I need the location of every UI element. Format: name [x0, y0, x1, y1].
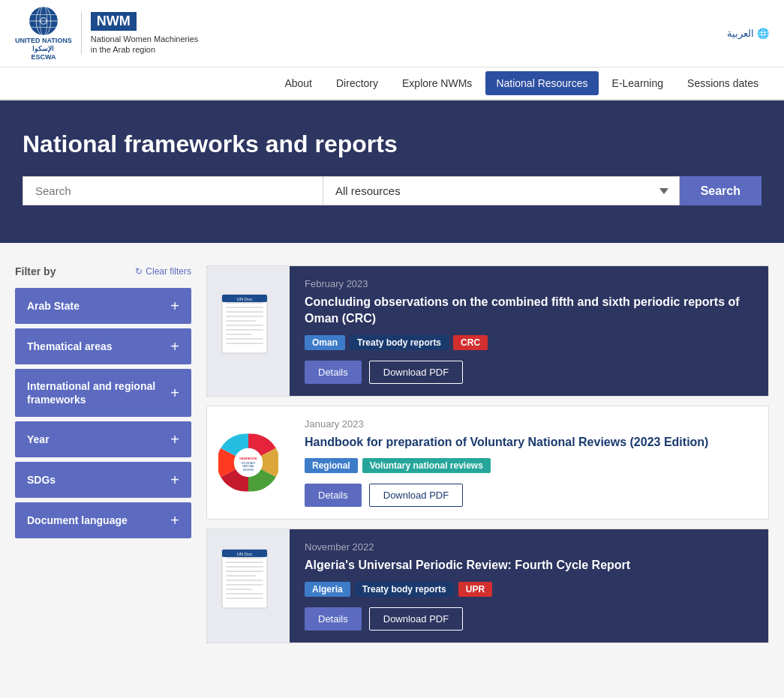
escwa-text: UNITED NATIONSالإسكواESCWA [15, 37, 72, 61]
card-tags: Oman Treaty body reports CRC [305, 335, 753, 350]
page-title: National frameworks and reports [23, 130, 761, 158]
search-input[interactable] [23, 176, 323, 205]
svg-rect-18 [226, 338, 263, 340]
tag-algeria: Algeria [305, 582, 350, 597]
nav-item-elearning[interactable]: E-Learning [602, 71, 674, 95]
svg-rect-37 [226, 593, 263, 595]
svg-rect-15 [226, 325, 263, 326]
card-body: February 2023 Concluding observations on… [290, 266, 768, 396]
card-thumbnail: UN Doc [207, 266, 290, 396]
sdg-wheel-icon: HANDBOOK VOLUNTARY NATIONAL REVIEWS [218, 425, 278, 500]
download-pdf-button[interactable]: Download PDF [369, 484, 463, 507]
svg-text:VOLUNTARY: VOLUNTARY [241, 462, 256, 465]
card-tags: Regional Voluntary national reviews [305, 458, 753, 473]
filter-year[interactable]: Year + [15, 421, 191, 457]
tag-voluntary: Voluntary national reviews [362, 458, 491, 473]
card-actions: Details Download PDF [305, 361, 753, 384]
details-button[interactable]: Details [305, 361, 362, 384]
card-thumbnail: HANDBOOK VOLUNTARY NATIONAL REVIEWS [207, 406, 290, 519]
nav-item-explore[interactable]: Explore NWMs [392, 71, 482, 95]
svg-rect-11 [226, 307, 263, 308]
filter-international-frameworks[interactable]: International and regional frameworks + [15, 369, 191, 417]
plus-icon: + [170, 385, 179, 400]
filter-document-language[interactable]: Document language + [15, 502, 191, 538]
download-pdf-button[interactable]: Download PDF [369, 361, 463, 384]
details-button[interactable]: Details [305, 484, 362, 507]
filter-arab-state[interactable]: Arab State + [15, 288, 191, 324]
card-actions: Details Download PDF [305, 607, 753, 631]
un-emblem-icon [28, 5, 59, 37]
filter-sdgs[interactable]: SDGs + [15, 462, 191, 498]
sidebar: Filter by ↻ Clear filters Arab State + T… [15, 265, 191, 643]
document-icon: UN Doc [218, 293, 278, 368]
resource-card: UN Doc November 2022 Algeria's Universal… [206, 529, 769, 643]
refresh-icon: ↻ [135, 266, 143, 277]
tag-regional: Regional [305, 458, 358, 473]
tag-treaty: Treaty body reports [355, 582, 454, 597]
resource-card: UN Doc February 2023 Concluding observat… [206, 265, 769, 397]
tag-treaty: Treaty body reports [350, 335, 449, 350]
top-bar: UNITED NATIONSالإسكواESCWA NWM National … [0, 0, 784, 67]
filter-header: Filter by ↻ Clear filters [15, 265, 191, 277]
filter-by-label: Filter by [15, 265, 56, 277]
card-date: February 2023 [305, 278, 753, 289]
svg-rect-33 [226, 575, 256, 577]
main-content: Filter by ↻ Clear filters Arab State + T… [0, 243, 784, 666]
main-nav: About Directory Explore NWMs National Re… [0, 67, 784, 100]
search-button[interactable]: Search [680, 176, 761, 205]
resource-card: HANDBOOK VOLUNTARY NATIONAL REVIEWS Janu… [206, 406, 769, 520]
nwm-subtitle: National Women Machineries in the Arab r… [91, 34, 198, 55]
svg-rect-12 [226, 311, 263, 313]
results-list: UN Doc February 2023 Concluding observat… [206, 265, 769, 643]
svg-text:UN Doc: UN Doc [236, 552, 252, 556]
card-title: Handbook for preparation of Voluntary Na… [305, 434, 753, 451]
svg-rect-19 [226, 343, 263, 344]
card-body: January 2023 Handbook for preparation of… [290, 406, 768, 519]
plus-icon: + [170, 298, 179, 313]
resource-type-dropdown[interactable]: All resources [323, 176, 680, 205]
plus-icon: + [170, 432, 179, 447]
plus-icon: + [170, 339, 179, 354]
nav-item-national-resources[interactable]: National Resources [485, 71, 598, 95]
filter-thematical-areas[interactable]: Thematical areas + [15, 328, 191, 364]
svg-rect-14 [226, 320, 256, 322]
hero-section: National frameworks and reports All reso… [0, 100, 784, 243]
nav-item-sessions[interactable]: Sessions dates [677, 71, 769, 95]
svg-text:UN Doc: UN Doc [236, 297, 252, 301]
svg-text:REVIEWS: REVIEWS [243, 469, 254, 472]
nwm-brand: NWM National Women Machineries in the Ar… [81, 12, 198, 55]
tag-upr: UPR [458, 582, 492, 597]
nav-item-about[interactable]: About [274, 71, 323, 95]
plus-icon: + [170, 513, 179, 528]
svg-rect-34 [226, 580, 263, 581]
tag-crc: CRC [453, 335, 488, 350]
nwm-badge: NWM [91, 12, 137, 31]
document-icon: UN Doc [218, 548, 278, 623]
card-date: January 2023 [305, 418, 753, 430]
svg-rect-16 [226, 329, 263, 331]
svg-rect-31 [226, 566, 263, 568]
globe-icon: 🌐 [757, 28, 769, 39]
search-bar: All resources Search [23, 176, 761, 205]
svg-text:NATIONAL: NATIONAL [242, 465, 254, 468]
details-button[interactable]: Details [305, 607, 362, 631]
svg-rect-13 [226, 316, 263, 317]
svg-rect-17 [226, 334, 252, 335]
svg-rect-30 [226, 562, 263, 563]
svg-text:HANDBOOK: HANDBOOK [239, 457, 257, 460]
download-pdf-button[interactable]: Download PDF [369, 607, 463, 631]
clear-filters-button[interactable]: ↻ Clear filters [135, 266, 191, 277]
tag-oman: Oman [305, 335, 345, 350]
arabic-language-link[interactable]: العربية 🌐 [727, 28, 769, 39]
escwa-logo: UNITED NATIONSالإسكواESCWA [15, 5, 72, 61]
card-tags: Algeria Treaty body reports UPR [305, 582, 753, 597]
card-actions: Details Download PDF [305, 484, 753, 507]
plus-icon: + [170, 472, 179, 487]
svg-rect-10 [226, 302, 263, 304]
svg-rect-29 [226, 557, 263, 559]
svg-rect-32 [226, 571, 263, 572]
svg-rect-38 [226, 598, 263, 599]
card-date: November 2022 [305, 541, 753, 553]
card-title: Algeria's Universal Periodic Review: Fou… [305, 557, 753, 574]
nav-item-directory[interactable]: Directory [326, 71, 389, 95]
